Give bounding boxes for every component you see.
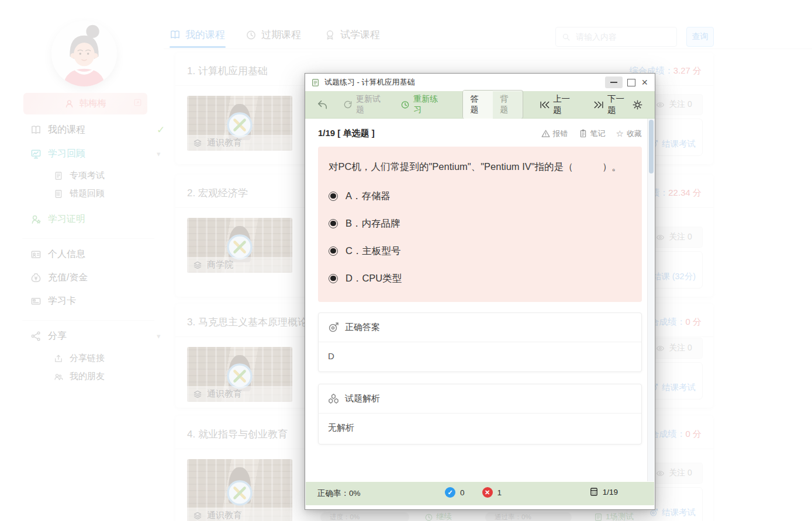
- button-label: 上一题: [553, 93, 578, 116]
- section-title: 正确答案: [345, 322, 380, 333]
- radio-icon[interactable]: [329, 192, 338, 201]
- accuracy-label: 正确率：0%: [317, 488, 361, 499]
- score-counters: ✓ 0 ✕ 1: [445, 487, 502, 498]
- button-label: 收藏: [627, 128, 642, 139]
- previous-question-button[interactable]: 上一题: [540, 93, 578, 116]
- radio-icon[interactable]: [329, 274, 338, 283]
- question-panel: 对PC机，人们常提到的"Pentium"、"Pentium IV"指的是（ ）。…: [318, 147, 642, 302]
- wrong-counter: ✕ 1: [482, 487, 502, 498]
- answer-option-c[interactable]: C．主板型号: [329, 245, 631, 258]
- wrong-count: 1: [497, 488, 502, 497]
- maximize-button[interactable]: [627, 79, 635, 86]
- back-icon[interactable]: [317, 99, 328, 110]
- check-circle-icon: ✓: [445, 487, 455, 498]
- mode-toggle: 答题 背题: [462, 90, 523, 119]
- button-label: 更新试题: [356, 94, 388, 115]
- app-window: 韩梅梅 我的课程 ✓ 学习回顾 ▾ 专项考试 错题回顾 学习证明 个人信息: [0, 0, 812, 521]
- option-label: A．存储器: [345, 190, 391, 203]
- restart-practice-button[interactable]: 重新练习: [400, 94, 445, 115]
- section-header: 正确答案: [319, 313, 641, 342]
- cross-circle-icon: ✕: [482, 487, 493, 498]
- favorite-button[interactable]: ☆ 收藏: [616, 128, 642, 139]
- quiz-body: 1/19 [ 单选题 ] 报错 笔记 ☆ 收藏: [305, 119, 655, 482]
- question-meta: 报错 笔记 ☆ 收藏: [541, 128, 642, 139]
- refresh-icon: [343, 100, 353, 109]
- note-button[interactable]: 笔记: [579, 128, 606, 139]
- correct-answer-value: D: [319, 342, 641, 371]
- progress-value: 1/19: [603, 488, 618, 496]
- mode-recite-button[interactable]: 背题: [493, 91, 523, 119]
- radio-icon[interactable]: [329, 246, 338, 256]
- scrollbar[interactable]: [647, 119, 654, 481]
- progress-counter[interactable]: 1/19: [589, 487, 618, 496]
- clock-icon: [400, 100, 410, 109]
- correct-answer-section: 正确答案 D: [318, 312, 642, 372]
- question-text: 对PC机，人们常提到的"Pentium"、"Pentium IV"指的是（ ）。: [329, 158, 631, 175]
- document-icon: [311, 78, 320, 87]
- quiz-dialog: 试题练习 - 计算机应用基础 × 更新试题 重新练习 答题 背题: [305, 73, 655, 510]
- gear-icon[interactable]: [632, 99, 643, 110]
- analysis-section: 试题解析 无解析: [318, 384, 642, 444]
- correct-count: 0: [460, 488, 465, 497]
- star-icon: ☆: [616, 128, 624, 139]
- update-questions-button[interactable]: 更新试题: [343, 94, 388, 115]
- correct-counter: ✓ 0: [445, 487, 465, 498]
- cubes-icon: [328, 393, 339, 404]
- report-error-button[interactable]: 报错: [541, 128, 568, 139]
- mode-answer-button[interactable]: 答题: [463, 91, 493, 119]
- option-label: B．内存品牌: [345, 217, 400, 230]
- next-icon: [594, 101, 604, 109]
- button-label: 重新练习: [413, 94, 445, 115]
- answer-option-b[interactable]: B．内存品牌: [329, 217, 631, 230]
- next-question-button[interactable]: 下一题: [594, 93, 632, 116]
- section-header: 试题解析: [319, 384, 641, 414]
- scrollbar-thumb[interactable]: [649, 120, 654, 173]
- window-controls: ×: [605, 77, 649, 88]
- previous-icon: [540, 101, 550, 109]
- answer-sheet-icon: [589, 487, 599, 496]
- target-icon: [328, 322, 339, 333]
- question-bar: 1/19 [ 单选题 ] 报错 笔记 ☆ 收藏: [318, 128, 642, 139]
- close-button[interactable]: ×: [640, 77, 649, 88]
- button-label: 笔记: [590, 128, 606, 139]
- note-icon: [579, 129, 588, 138]
- answer-option-a[interactable]: A．存储器: [329, 190, 631, 203]
- section-title: 试题解析: [345, 393, 380, 404]
- quiz-statusbar: 正确率：0% ✓ 0 ✕ 1 1/19: [306, 482, 654, 505]
- quiz-toolbar: 更新试题 重新练习 答题 背题 上一题 下一题: [305, 91, 655, 119]
- dialog-title: 试题练习 - 计算机应用基础: [324, 77, 415, 88]
- warning-icon: [541, 129, 550, 138]
- option-label: C．主板型号: [345, 245, 400, 258]
- option-label: D．CPU类型: [345, 272, 402, 285]
- dialog-titlebar[interactable]: 试题练习 - 计算机应用基础 ×: [305, 74, 655, 91]
- radio-icon[interactable]: [329, 219, 338, 228]
- analysis-value: 无解析: [319, 414, 641, 444]
- minimize-button[interactable]: [605, 77, 623, 88]
- button-label: 下一题: [607, 93, 632, 116]
- answer-option-d[interactable]: D．CPU类型: [329, 272, 631, 285]
- question-counter: 1/19 [ 单选题 ]: [318, 128, 375, 139]
- button-label: 报错: [553, 128, 568, 139]
